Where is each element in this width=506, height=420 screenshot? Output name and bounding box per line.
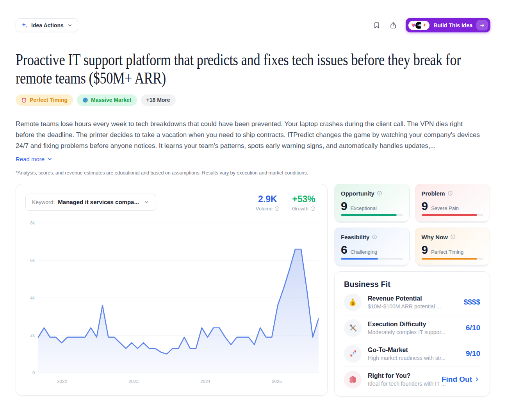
chevron-down-icon xyxy=(67,23,73,28)
score-card-feasibility[interactable]: Feasibility 6 Challenging xyxy=(334,228,410,265)
chart-header: Keyword: Managed it services compa... 2.… xyxy=(25,194,318,212)
svg-text:?: ? xyxy=(276,207,278,210)
score-card-opportunity[interactable]: Opportunity 9 Exceptional xyxy=(334,184,410,221)
score-progress xyxy=(341,214,403,216)
svg-text:8k: 8k xyxy=(30,221,35,225)
bf-row-subtitle: Ideal for tech founders with IT ... xyxy=(368,381,435,387)
arrow-right-icon xyxy=(476,20,488,30)
builder-logos: v0 xyxy=(408,21,429,30)
main-content: Keyword: Managed it services compa... 2.… xyxy=(16,184,490,396)
score-number: 9 xyxy=(422,244,428,256)
tools-icon xyxy=(344,319,362,337)
globe-icon xyxy=(82,97,88,103)
chevron-down-icon xyxy=(47,156,53,162)
score-card-why-now[interactable]: Why Now 9 Perfect Timing xyxy=(415,228,490,265)
svg-text:4k: 4k xyxy=(30,295,35,300)
right-column: Opportunity 9 Exceptional Problem xyxy=(334,184,490,396)
tag-more[interactable]: +18 More xyxy=(141,94,176,106)
score-progress xyxy=(341,258,403,260)
chevron-right-icon xyxy=(474,376,480,383)
score-title: Feasibility xyxy=(341,234,369,240)
score-number: 6 xyxy=(341,244,347,256)
sparkles-icon xyxy=(21,22,28,28)
keyword-trend-card: Keyword: Managed it services compa... 2.… xyxy=(16,184,328,396)
tag-massive-market[interactable]: Massive Market xyxy=(77,94,137,106)
info-icon xyxy=(450,234,456,240)
go-to-market-row[interactable]: Go-To-Market High market readiness with … xyxy=(344,341,480,367)
bf-row-subtitle: $10M-$100M ARR potential ... xyxy=(368,303,458,310)
svg-text:?: ? xyxy=(312,207,314,210)
bf-row-title: Revenue Potential xyxy=(368,295,458,302)
svg-text:2024: 2024 xyxy=(200,379,210,384)
bf-row-title: Execution Difficulty xyxy=(368,321,460,328)
growth-label: Growth ? xyxy=(292,206,315,212)
build-this-idea-button[interactable]: v0 Build This Idea xyxy=(406,18,490,32)
score-label: Perfect Timing xyxy=(431,249,463,255)
rocket-icon xyxy=(344,345,362,363)
bf-row-title: Right for You? xyxy=(368,372,435,379)
info-icon xyxy=(377,190,382,196)
svg-text:2022: 2022 xyxy=(57,379,67,384)
bf-row-subtitle: Moderately complex IT suppor... xyxy=(368,329,460,335)
idea-actions-label: Idea Actions xyxy=(31,22,64,28)
go-to-market-value: 9/10 xyxy=(466,349,480,358)
trend-stats: 2.9K Volume ? +53% Growth ? xyxy=(256,194,315,212)
business-fit-card: Business Fit $ Revenue Potential $10M-$1… xyxy=(334,271,490,397)
find-out-button[interactable]: Find Out xyxy=(442,375,480,384)
score-progress xyxy=(422,214,484,216)
growth-stat: +53% Growth ? xyxy=(292,194,315,212)
read-more-button[interactable]: Read more xyxy=(16,156,53,162)
find-out-label: Find Out xyxy=(442,375,472,384)
keyword-dropdown-value: Managed it services compa... xyxy=(58,199,139,205)
volume-label: Volume ? xyxy=(256,206,280,212)
score-title: Problem xyxy=(422,190,445,197)
bf-row-title: Go-To-Market xyxy=(368,347,460,354)
share-icon xyxy=(389,21,397,29)
brain-icon xyxy=(344,371,362,388)
svg-text:2k: 2k xyxy=(30,333,35,338)
revenue-potential-row[interactable]: $ Revenue Potential $10M-$100M ARR poten… xyxy=(344,290,480,315)
svg-text:2023: 2023 xyxy=(128,379,139,384)
score-number: 9 xyxy=(422,200,428,212)
keyword-trend-chart[interactable]: 02k4k6k8k2022202320242025 xyxy=(25,216,319,387)
right-for-you-row[interactable]: Right for You? Ideal for tech founders w… xyxy=(344,367,480,392)
growth-value: +53% xyxy=(292,194,315,204)
business-fit-title: Business Fit xyxy=(344,280,480,289)
volume-stat: 2.9K Volume ? xyxy=(256,194,280,212)
tag-label: Massive Market xyxy=(91,97,132,103)
disclaimer-text: *Analysis, scores, and revenue estimates… xyxy=(16,170,490,176)
bookmark-icon xyxy=(373,21,381,29)
revenue-potential-value: $$$$ xyxy=(464,298,480,306)
idea-actions-button[interactable]: Idea Actions xyxy=(16,18,78,32)
score-title: Opportunity xyxy=(341,190,374,197)
score-label: Exceptional xyxy=(351,205,377,211)
topbar: Idea Actions v0 xyxy=(16,18,490,32)
keyword-dropdown-label: Keyword: xyxy=(32,199,55,205)
score-card-problem[interactable]: Problem 9 Severe Pain xyxy=(415,184,490,221)
info-icon xyxy=(372,234,377,240)
share-button[interactable] xyxy=(389,21,397,29)
svg-text:0: 0 xyxy=(32,370,35,375)
svg-text:2025: 2025 xyxy=(272,379,282,384)
keyword-dropdown[interactable]: Keyword: Managed it services compa... xyxy=(25,194,156,211)
build-this-idea-label: Build This Idea xyxy=(433,22,472,28)
score-title: Why Now xyxy=(422,234,448,240)
tag-perfect-timing[interactable]: Perfect Timing xyxy=(16,94,73,106)
volume-value: 2.9K xyxy=(256,194,280,204)
bolt-logo-icon xyxy=(420,21,428,29)
svg-text:$: $ xyxy=(352,301,354,305)
idea-description: Remote teams lose hours every week to te… xyxy=(16,119,481,151)
alarm-clock-icon xyxy=(21,97,27,103)
score-label: Severe Pain xyxy=(431,205,459,211)
info-icon xyxy=(447,190,453,196)
help-icon: ? xyxy=(310,206,315,211)
money-bag-icon: $ xyxy=(344,294,362,311)
topbar-actions: v0 Build This Idea xyxy=(373,18,490,32)
tag-label: +18 More xyxy=(146,97,170,103)
score-progress xyxy=(422,258,484,260)
execution-difficulty-row[interactable]: Execution Difficulty Moderately complex … xyxy=(344,315,480,341)
tag-row: Perfect Timing Massive Market +18 More xyxy=(16,94,490,106)
read-more-label: Read more xyxy=(16,156,45,162)
score-number: 9 xyxy=(341,200,347,212)
bookmark-button[interactable] xyxy=(373,21,381,29)
